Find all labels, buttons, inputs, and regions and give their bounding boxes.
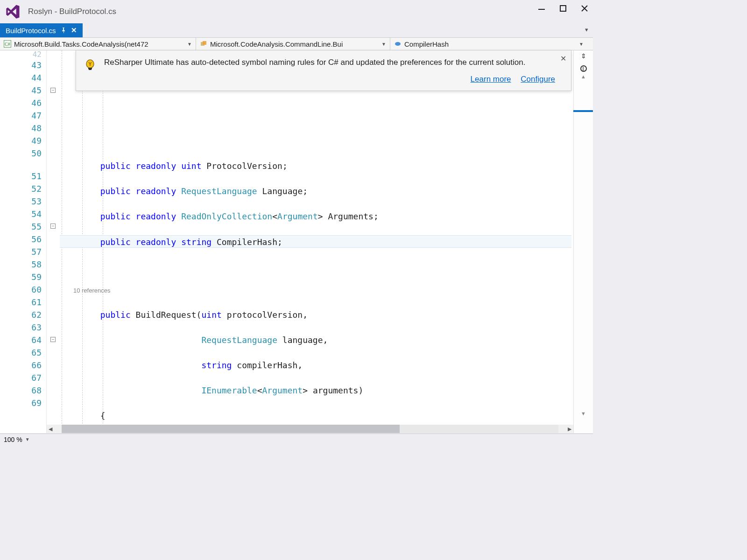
line-number: 50 — [0, 147, 42, 160]
line-number: 54 — [0, 208, 42, 220]
line-number: 67 — [0, 371, 42, 384]
line-number: 51 — [0, 170, 42, 182]
svg-rect-8 — [88, 68, 92, 69]
tab-label: BuildProtocol.cs — [6, 27, 56, 35]
nav-member-label: CompilerHash — [404, 40, 449, 48]
class-icon — [200, 40, 207, 48]
fold-toggle[interactable]: − — [50, 337, 56, 342]
line-number: 48 — [0, 122, 42, 134]
line-number: 57 — [0, 245, 42, 258]
tab-bar: BuildProtocol.cs ✕ ▾ — [0, 23, 593, 37]
close-notification-icon[interactable]: ✕ — [560, 54, 566, 63]
nav-member-dropdown[interactable]: CompilerHash ▼ — [390, 38, 593, 50]
line-number: 61 — [0, 296, 42, 308]
scrollbar-annotations[interactable]: ⇕ ∥ ▲ ▼ — [573, 50, 593, 433]
line-number: 66 — [0, 359, 42, 371]
line-number: 65 — [0, 346, 42, 359]
scroll-left-icon[interactable]: ◀ — [47, 426, 54, 432]
fold-toggle[interactable]: − — [50, 224, 56, 229]
scrollbar-marker — [573, 110, 593, 112]
line-number: 68 — [0, 384, 42, 397]
line-number: 45 — [0, 84, 42, 97]
nav-project-dropdown[interactable]: C# Microsoft.Build.Tasks.CodeAnalysis(ne… — [0, 38, 196, 50]
line-number: 63 — [0, 321, 42, 334]
fold-column: − − − — [49, 50, 57, 433]
code-editor[interactable]: 4243444546474849505152535455565758596061… — [0, 50, 593, 433]
tab-options-icon[interactable]: ▾ — [585, 26, 588, 33]
line-number: 58 — [0, 258, 42, 271]
zoom-level[interactable]: 100 % — [4, 436, 22, 443]
learn-more-link[interactable]: Learn more — [471, 75, 511, 84]
maximize-button[interactable] — [558, 4, 568, 13]
scrollbar-track[interactable] — [62, 425, 558, 433]
line-number: 52 — [0, 182, 42, 195]
notification-message: ReSharper Ultimate has auto-detected sym… — [104, 57, 555, 68]
fold-toggle[interactable]: − — [50, 88, 56, 93]
window-title: Roslyn - BuildProtocol.cs — [28, 7, 116, 16]
scrollbar-thumb[interactable] — [62, 425, 400, 433]
svg-text:Y: Y — [88, 61, 92, 67]
line-number: 42 — [0, 50, 42, 59]
line-number: 49 — [0, 134, 42, 147]
line-number: 62 — [0, 308, 42, 321]
line-number: 55 — [0, 220, 42, 233]
resharper-notification: Y ReSharper Ultimate has auto-detected s… — [76, 50, 571, 91]
svg-point-6 — [395, 42, 401, 46]
line-number: 47 — [0, 109, 42, 122]
line-number: 59 — [0, 271, 42, 283]
line-number: 44 — [0, 71, 42, 84]
scroll-up-icon[interactable]: ▲ — [578, 74, 589, 85]
scroll-right-icon[interactable]: ▶ — [566, 426, 573, 432]
chevron-down-icon: ▼ — [379, 42, 386, 47]
line-number: 53 — [0, 195, 42, 208]
chevron-down-icon: ▼ — [576, 42, 584, 47]
configure-link[interactable]: Configure — [521, 75, 555, 84]
codelens-references[interactable]: 10 references — [60, 286, 571, 296]
nav-namespace-label: Microsoft.CodeAnalysis.CommandLine.Bui — [210, 40, 343, 48]
svg-rect-5 — [203, 41, 206, 45]
lightbulb-icon: Y — [84, 59, 97, 72]
csharp-icon: C# — [4, 40, 11, 48]
chevron-down-icon: ▼ — [184, 42, 192, 47]
titlebar: Roslyn - BuildProtocol.cs — [0, 0, 593, 23]
pin-icon[interactable] — [61, 27, 66, 35]
horizontal-scrollbar[interactable]: ◀ ▶ — [47, 425, 573, 433]
tab-active[interactable]: BuildProtocol.cs ✕ — [0, 23, 83, 37]
chevron-down-icon[interactable]: ▼ — [25, 437, 30, 442]
svg-rect-9 — [89, 69, 92, 70]
line-number: 56 — [0, 233, 42, 245]
svg-rect-1 — [560, 6, 566, 11]
scroll-down-icon[interactable]: ▼ — [578, 411, 589, 422]
code-content[interactable]: public readonly uint ProtocolVersion; pu… — [60, 50, 571, 433]
line-number: 43 — [0, 59, 42, 71]
close-window-button[interactable] — [580, 4, 589, 13]
pause-icon[interactable]: ∥ — [580, 65, 587, 72]
line-number: 60 — [0, 283, 42, 296]
status-bar: 100 % ▼ — [0, 434, 593, 445]
line-number: 64 — [0, 334, 42, 346]
svg-text:C#: C# — [5, 42, 10, 47]
nav-namespace-dropdown[interactable]: Microsoft.CodeAnalysis.CommandLine.Bui ▼ — [196, 38, 390, 50]
field-icon — [394, 40, 402, 48]
split-icon[interactable]: ⇕ — [578, 52, 589, 63]
line-number: 69 — [0, 397, 42, 409]
minimize-button[interactable] — [537, 4, 546, 13]
close-tab-icon[interactable]: ✕ — [71, 26, 77, 35]
vs-logo-icon — [5, 3, 21, 20]
line-number-gutter: 4243444546474849505152535455565758596061… — [0, 50, 47, 433]
svg-rect-0 — [538, 9, 545, 10]
line-number: 46 — [0, 97, 42, 109]
navigation-bar: C# Microsoft.Build.Tasks.CodeAnalysis(ne… — [0, 37, 593, 50]
nav-project-label: Microsoft.Build.Tasks.CodeAnalysis(net47… — [14, 40, 148, 48]
